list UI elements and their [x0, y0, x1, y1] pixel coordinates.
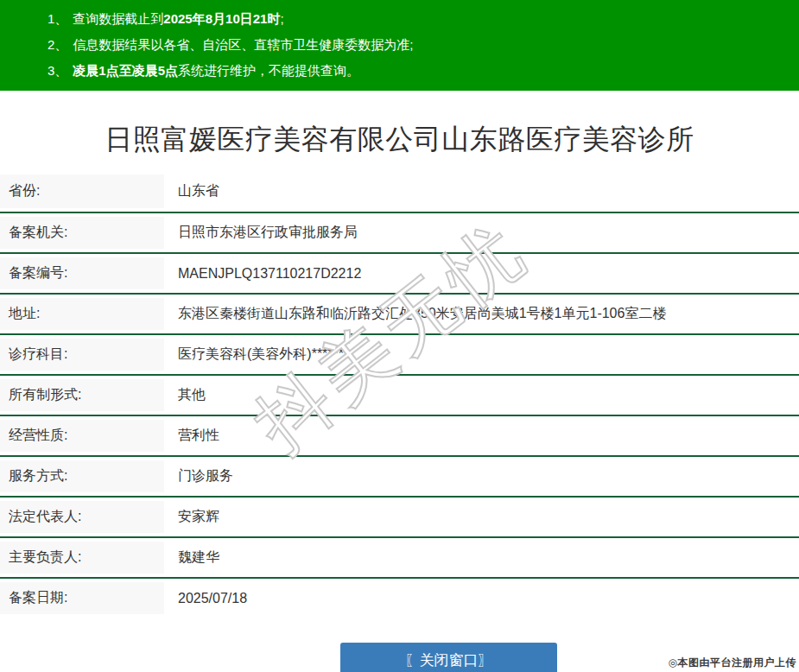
- table-row-filing-date: 备案日期: 2025/07/18: [0, 577, 799, 618]
- row-value: 医疗美容科(美容外科)******: [164, 335, 799, 374]
- table-row-filing-authority: 备案机关: 日照市东港区行政审批服务局: [0, 212, 799, 252]
- row-label: 经营性质:: [0, 420, 164, 452]
- notice-text: 查询数据截止到: [73, 11, 163, 26]
- table-row-operation-nature: 经营性质: 营利性: [0, 415, 799, 455]
- row-value: 其他: [164, 376, 799, 415]
- row-label: 地址:: [0, 298, 164, 330]
- row-label: 备案日期:: [0, 582, 164, 614]
- notice-number: 3、: [48, 63, 67, 78]
- row-label: 备案机关:: [0, 217, 164, 249]
- table-row-treatment-subjects: 诊疗科目: 医疗美容科(美容外科)******: [0, 333, 799, 374]
- notice-text: 信息数据结果以各省、自治区、直辖市卫生健康委数据为准;: [73, 37, 413, 52]
- row-label: 省份:: [0, 174, 164, 208]
- notice-line-2: 2、信息数据结果以各省、自治区、直辖市卫生健康委数据为准;: [48, 32, 799, 58]
- table-row-address: 地址: 东港区秦楼街道山东路和临沂路交汇处350米安居尚美城1号楼1单元1-10…: [0, 293, 799, 333]
- notice-line-1: 1、查询数据截止到2025年8月10日21时;: [48, 6, 799, 32]
- row-label: 法定代表人:: [0, 501, 164, 533]
- row-value: 营利性: [164, 416, 799, 455]
- table-row-service-mode: 服务方式: 门诊服务: [0, 455, 799, 496]
- row-label: 诊疗科目:: [0, 339, 164, 371]
- notice-text: ;: [280, 11, 283, 26]
- table-row-province: 省份: 山东省: [0, 171, 799, 212]
- row-label: 所有制形式:: [0, 379, 164, 411]
- notice-text: 系统进行维护，不能提供查询。: [178, 63, 359, 78]
- row-value: 日照市东港区行政审批服务局: [164, 213, 799, 252]
- notice-text-bold: 凌晨1点至凌晨5点: [73, 63, 178, 78]
- table-row-filing-number: 备案编号: MAENJPLQ137110217D2212: [0, 252, 799, 293]
- row-value: 安家辉: [164, 498, 799, 536]
- close-window-button[interactable]: 〖关闭窗口〗: [340, 643, 557, 672]
- upload-credit-label: ◎本图由平台注册用户上传: [669, 656, 796, 670]
- table-row-principal: 主要负责人: 魏建华: [0, 536, 799, 577]
- row-label: 主要负责人:: [0, 542, 164, 574]
- row-label: 备案编号:: [0, 257, 164, 289]
- row-value: 门诊服务: [164, 457, 799, 496]
- row-value: 山东省: [164, 171, 799, 212]
- row-value: 2025/07/18: [164, 579, 799, 618]
- notice-number: 1、: [48, 11, 67, 26]
- row-value: 东港区秦楼街道山东路和临沂路交汇处350米安居尚美城1号楼1单元1-106室二楼: [164, 295, 799, 333]
- notice-bar: 1、查询数据截止到2025年8月10日21时; 2、信息数据结果以各省、自治区、…: [0, 0, 799, 91]
- record-table: 省份: 山东省 备案机关: 日照市东港区行政审批服务局 备案编号: MAENJP…: [0, 171, 799, 618]
- table-row-legal-representative: 法定代表人: 安家辉: [0, 496, 799, 536]
- row-label: 服务方式:: [0, 460, 164, 492]
- notice-line-3: 3、凌晨1点至凌晨5点系统进行维护，不能提供查询。: [48, 58, 799, 84]
- table-row-ownership-form: 所有制形式: 其他: [0, 374, 799, 415]
- row-value: 魏建华: [164, 538, 799, 577]
- row-value: MAENJPLQ137110217D2212: [164, 254, 799, 293]
- notice-number: 2、: [48, 37, 67, 52]
- notice-text-bold: 2025年8月10日21时: [163, 11, 280, 26]
- page-title: 日照富媛医疗美容有限公司山东路医疗美容诊所: [0, 119, 799, 159]
